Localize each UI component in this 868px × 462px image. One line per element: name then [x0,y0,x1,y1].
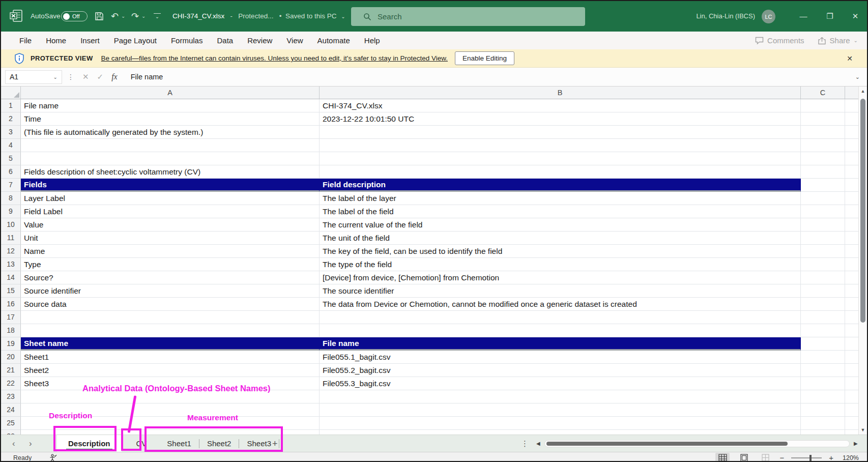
cell-B12[interactable]: The key of the field, can be used to ide… [320,245,801,258]
banner-close-icon[interactable]: ✕ [847,54,853,63]
row-header-19[interactable]: 19 [1,337,21,351]
cell-A11[interactable]: Unit [21,232,320,245]
cell-D21[interactable] [845,364,860,377]
column-header-partial[interactable] [845,86,860,99]
cell-D22[interactable] [845,377,860,390]
zoom-out-icon[interactable]: − [779,453,784,462]
enable-editing-button[interactable]: Enable Editing [455,51,514,65]
cell-D13[interactable] [845,258,860,271]
cell-C6[interactable] [801,165,845,179]
undo-dropdown-icon[interactable]: ⌄ [121,1,125,32]
cell-C18[interactable] [801,324,845,337]
cell-D3[interactable] [845,126,860,139]
cell-B21[interactable]: File055.2_bagit.csv [320,364,801,377]
restore-button[interactable]: ❐ [822,1,837,32]
row-header-12[interactable]: 12 [1,245,21,258]
cell-B1[interactable]: CHI-374_CV.xlsx [320,99,801,112]
cell-C3[interactable] [801,126,845,139]
cell-B17[interactable] [320,311,801,324]
cell-B26[interactable] [320,430,801,435]
row-header-24[interactable]: 24 [1,403,21,417]
row-header-14[interactable]: 14 [1,271,21,284]
row-header-8[interactable]: 8 [1,192,21,205]
cell-C9[interactable] [801,205,845,218]
redo-button[interactable]: ↷ [131,1,139,32]
cell-D25[interactable] [845,417,860,430]
cell-C10[interactable] [801,218,845,232]
vertical-scrollbar[interactable]: ▲ ▼ [858,86,867,435]
cell-C2[interactable] [801,112,845,126]
cell-D15[interactable] [845,284,860,298]
cell-A4[interactable] [21,139,320,152]
insert-function-icon[interactable]: fx [111,72,118,81]
cell-C25[interactable] [801,417,845,430]
row-header-23[interactable]: 23 [1,390,21,403]
cell-B10[interactable]: The current value of the field [320,218,801,232]
cell-B8[interactable]: The label of the layer [320,192,801,205]
menu-data[interactable]: Data [210,32,240,49]
cell-C16[interactable] [801,298,845,311]
cell-A21[interactable]: Sheet2 [21,364,320,377]
cell-D24[interactable] [845,403,860,417]
cell-C4[interactable] [801,139,845,152]
cell-D7[interactable] [845,179,860,192]
cell-A15[interactable]: Source identifier [21,284,320,298]
cell-D20[interactable] [845,351,860,364]
redo-dropdown-icon[interactable]: ⌄ [141,1,146,32]
row-header-20[interactable]: 20 [1,351,21,364]
sheet-tab-cv[interactable]: CV [130,435,154,452]
add-sheet-button[interactable]: + [272,435,278,452]
cell-D11[interactable] [845,232,860,245]
cell-A6[interactable]: Fields description of sheet:cyclic volta… [21,165,320,179]
column-header-C[interactable]: C [801,86,845,99]
cell-C14[interactable] [801,271,845,284]
cell-B16[interactable]: The data from Device or Chemotion, canno… [320,298,801,311]
cell-D9[interactable] [845,205,860,218]
cell-A12[interactable]: Name [21,245,320,258]
formula-bar-more-icon[interactable]: ⋮ [67,73,74,81]
document-title[interactable]: CHI-374_CV.xlsx - Protected... • Saved t… [172,1,345,32]
cell-C8[interactable] [801,192,845,205]
cell-B7[interactable]: Field description [320,179,801,192]
row-header-9[interactable]: 9 [1,205,21,218]
zoom-slider[interactable] [791,457,822,458]
excel-logo-icon[interactable] [9,9,23,23]
cell-A13[interactable]: Type [21,258,320,271]
cell-B25[interactable] [320,417,801,430]
cell-A2[interactable]: Time [21,112,320,126]
zoom-level[interactable]: 120% [841,454,859,461]
enter-icon[interactable]: ✓ [97,72,104,81]
row-header-21[interactable]: 21 [1,364,21,377]
horizontal-scrollbar[interactable] [544,440,850,447]
cell-B23[interactable] [320,390,801,403]
hscroll-right-icon[interactable]: ▶ [854,435,858,452]
cell-D17[interactable] [845,311,860,324]
row-header-3[interactable]: 3 [1,126,21,139]
row-header-11[interactable]: 11 [1,232,21,245]
formula-bar-expand-icon[interactable]: ⌄ [855,74,860,80]
cell-D12[interactable] [845,245,860,258]
accessibility-checker-icon[interactable] [49,454,57,462]
cell-C5[interactable] [801,152,845,165]
cell-B9[interactable]: The label of the field [320,205,801,218]
row-header-5[interactable]: 5 [1,152,21,165]
cell-B5[interactable] [320,152,801,165]
cell-A14[interactable]: Source? [21,271,320,284]
minimize-button[interactable]: — [796,1,811,32]
cell-C17[interactable] [801,311,845,324]
cell-D18[interactable] [845,324,860,337]
row-header-7[interactable]: 7 [1,179,21,192]
sheet-nav-left-icon[interactable]: ‹ [12,435,15,452]
cell-B20[interactable]: File055.1_bagit.csv [320,351,801,364]
cell-C24[interactable] [801,403,845,417]
save-icon[interactable] [95,12,104,21]
zoom-in-icon[interactable]: + [829,453,833,462]
menu-help[interactable]: Help [357,32,387,49]
tabbar-more-icon[interactable]: ⋮ [521,435,529,452]
vertical-scrollbar-thumb[interactable] [860,99,865,323]
cell-D26[interactable] [845,430,860,435]
cell-A17[interactable] [21,311,320,324]
cell-C1[interactable] [801,99,845,112]
row-header-10[interactable]: 10 [1,218,21,232]
row-header-22[interactable]: 22 [1,377,21,390]
